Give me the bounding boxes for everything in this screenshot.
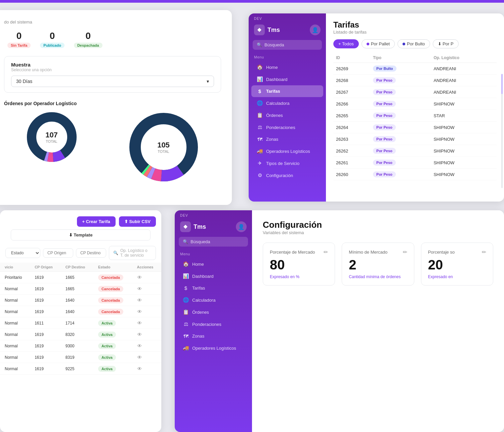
map-icon: 🗺 — [257, 136, 263, 142]
crear-acciones[interactable]: 👁 — [132, 363, 161, 375]
sidebar-item-calculadora-tarifas[interactable]: 🌐Calculadora — [251, 97, 323, 109]
crear-cp-destino: 8320 — [61, 329, 93, 340]
avatar-tarifas: 👤 — [310, 25, 321, 35]
eye-icon[interactable]: 👁 — [137, 354, 142, 360]
crear-row: Normal 1619 1665 Cancelada 👁 — [0, 283, 161, 295]
brand-row-tarifas: Tms 👤 — [249, 22, 326, 40]
sidebar-item-ponderaciones-tarifas[interactable]: ⚖Ponderaciones — [251, 121, 323, 133]
weight-icon-config: ⚖ — [183, 321, 189, 327]
config-main-content: Configuración Variables del sistema Porc… — [252, 210, 504, 432]
crear-cp-destino: 1665 — [61, 272, 93, 283]
sidebar-item-tarifas-config[interactable]: $Tarifas — [177, 282, 249, 294]
eye-icon[interactable]: 👁 — [137, 286, 142, 292]
crear-cp-origen: 1611 — [30, 317, 61, 329]
crear-vicio: Normal — [0, 363, 30, 375]
muestra-select[interactable]: 30 Días ▾ — [11, 76, 214, 87]
filter-por-pallet[interactable]: Por Pallet — [362, 39, 395, 48]
search-icon-tarifas: 🔍 — [257, 42, 262, 47]
donut-chart-2: 105 TOTAL — [127, 110, 201, 184]
crear-vicio: Normal — [0, 306, 30, 317]
sidebar-item-tarifas-active[interactable]: $Tarifas — [251, 85, 323, 97]
tarifas-row: 26263 Por Peso SHIPNOW — [333, 133, 497, 145]
sidebar-item-home-tarifas[interactable]: 🏠Home — [251, 61, 323, 73]
crear-acciones[interactable]: 👁 — [132, 352, 161, 363]
crear-acciones[interactable]: 👁 — [132, 295, 161, 306]
template-button[interactable]: ⬇ Template — [11, 229, 151, 241]
stat-despachada: 0 Despachada — [74, 31, 102, 48]
crear-acciones[interactable]: 👁 — [132, 283, 161, 295]
sidebar-item-config-tarifas[interactable]: ⚙Configuración — [251, 169, 323, 181]
tarifa-id: 26266 — [333, 98, 370, 110]
dashboard-card: do del sistema 0 Sin Tarifa 0 Publicado … — [0, 10, 232, 205]
sidebar-item-ordenes-tarifas[interactable]: 📋Órdenes — [251, 109, 323, 121]
donut-chart-1: 107 TOTAL — [25, 110, 79, 164]
edit-icon-mercado[interactable]: ✏ — [324, 249, 328, 255]
crear-tarifa-button[interactable]: + Crear Tarifa — [77, 216, 116, 227]
sidebar-item-ponderaciones-config[interactable]: ⚖Ponderaciones — [177, 318, 249, 330]
filter-por-p[interactable]: ⬇ Por P — [433, 39, 459, 48]
eye-icon[interactable]: 👁 — [137, 366, 142, 372]
config-card-mercado: Porcentaje de Mercado ✏ 80 Expresado en … — [263, 243, 335, 286]
weight-icon: ⚖ — [257, 124, 263, 130]
crear-acciones[interactable]: 👁 — [132, 317, 161, 329]
eye-icon[interactable]: 👁 — [137, 274, 142, 280]
tarifas-row: 26264 Por Peso SHIPNOW — [333, 122, 497, 133]
edit-icon-porcentaje[interactable]: ✏ — [482, 249, 486, 255]
crear-estado: Cancelada — [93, 272, 132, 283]
tarifa-id: 26261 — [333, 157, 370, 169]
chart-section: Órdenes por Operador Logístico 107 TOTAL — [4, 99, 221, 185]
crear-acciones[interactable]: 👁 — [132, 340, 161, 352]
menu-label-tarifas: Menu — [249, 54, 326, 61]
op-logistico-search[interactable]: 🔍 Op. Logístico o T. de servicio — [109, 246, 156, 260]
sidebar-item-tipos-tarifas[interactable]: ✈Tipos de Servicio — [251, 157, 323, 169]
config-panel: DEV Tms 👤 🔍 Búsqueda Menu 🏠Home 📊Dashboa… — [175, 210, 504, 432]
tarifa-tipo: Por Peso — [370, 122, 431, 133]
sidebar-item-zonas-config[interactable]: 🗺Zonas — [177, 330, 249, 342]
tarifa-op: SHIPNOW — [431, 157, 497, 169]
sidebar-item-ordenes-config[interactable]: 📋Órdenes — [177, 306, 249, 318]
badge-publicado: Publicado — [40, 43, 65, 48]
sidebar-item-calculadora-config[interactable]: 🌐Calculadora — [177, 294, 249, 306]
filter-por-bulto[interactable]: Por Bulto — [397, 39, 430, 48]
edit-icon-minimo[interactable]: ✏ — [403, 249, 407, 255]
filter-todos[interactable]: + Todos — [333, 39, 359, 48]
cp-destino-input[interactable] — [76, 248, 106, 258]
eye-icon[interactable]: 👁 — [137, 297, 142, 303]
search-tarifas[interactable]: 🔍 Búsqueda — [253, 40, 322, 50]
config-label-porcentaje: Porcentaje so — [428, 250, 455, 255]
logo-icon-config — [180, 221, 191, 232]
sidebar-item-zonas-tarifas[interactable]: 🗺Zonas — [251, 133, 323, 145]
crear-acciones[interactable]: 👁 — [132, 272, 161, 283]
crear-vicio: Normal — [0, 340, 30, 352]
crear-acciones[interactable]: 👁 — [132, 329, 161, 340]
tarifas-row: 26262 Por Peso SHIPNOW — [333, 145, 497, 157]
search-config[interactable]: 🔍 Búsqueda — [179, 237, 248, 247]
dollar-icon: $ — [257, 88, 263, 94]
eye-icon[interactable]: 👁 — [137, 320, 142, 326]
sidebar-item-dashboard-tarifas[interactable]: 📊Dashboard — [251, 73, 323, 85]
tarifa-id: 26262 — [333, 145, 370, 157]
subir-csv-button[interactable]: ⬆ Subir CSV — [119, 216, 156, 227]
orders-icon-config: 📋 — [183, 309, 189, 315]
crear-acciones[interactable]: 👁 — [132, 306, 161, 317]
cp-origen-input[interactable] — [43, 248, 73, 258]
sidebar-item-operadores-tarifas[interactable]: 🚚Operadores Logísticos — [251, 145, 323, 157]
tarifas-row: 26265 Por Peso STAR — [333, 110, 497, 122]
tarifa-op: ANDREANI — [431, 63, 497, 75]
crear-vicio: Normal — [0, 329, 30, 340]
tarifa-tipo: Por Peso — [370, 169, 431, 180]
crear-cp-destino: 9225 — [61, 363, 93, 375]
crear-vicio: Normal — [0, 283, 30, 295]
eye-icon[interactable]: 👁 — [137, 332, 142, 337]
crear-cp-origen: 1619 — [30, 283, 61, 295]
sidebar-item-dashboard-config[interactable]: 📊Dashboard — [177, 270, 249, 282]
sidebar-item-operadores-config[interactable]: 🚚Operadores Logísticos — [177, 342, 249, 354]
crear-tarifa-card: + Crear Tarifa ⬆ Subir CSV ⬇ Template Es… — [0, 210, 161, 432]
tarifas-sidebar: DEV Tms 👤 🔍 Búsqueda Menu 🏠Home 📊Dashboa… — [249, 13, 326, 202]
truck-icon-config: 🚚 — [183, 345, 189, 351]
estado-filter[interactable]: Estado Activa Cancelada — [5, 248, 40, 258]
eye-icon[interactable]: 👁 — [137, 343, 142, 349]
eye-icon[interactable]: 👁 — [137, 309, 142, 314]
tarifa-op: SHIPNOW — [431, 98, 497, 110]
sidebar-item-home-config[interactable]: 🏠Home — [177, 258, 249, 270]
